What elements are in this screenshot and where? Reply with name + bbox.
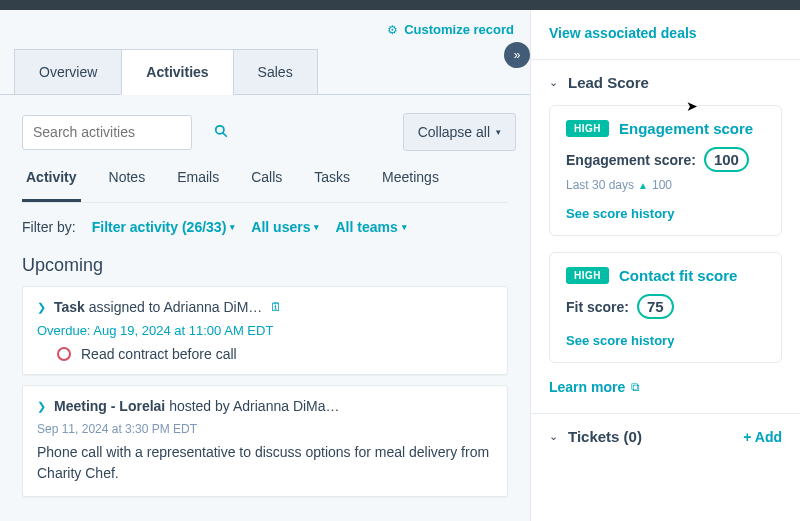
chevron-down-icon: ▾ <box>230 222 235 232</box>
chevron-down-icon: ▾ <box>314 222 319 232</box>
tab-sales[interactable]: Sales <box>233 49 318 95</box>
trend-prefix: Last 30 days <box>566 178 634 192</box>
fit-score-name[interactable]: Contact fit score <box>619 267 737 284</box>
fit-score-label: Fit score: <box>566 299 629 315</box>
expand-sidebar-button[interactable]: » <box>504 42 530 68</box>
filter-by-label: Filter by: <box>22 219 76 235</box>
tab-overview[interactable]: Overview <box>14 49 122 95</box>
meeting-description: Phone call with a representative to disc… <box>37 442 493 484</box>
fit-history-link[interactable]: See score history <box>566 333 765 348</box>
add-ticket-button[interactable]: + Add <box>743 429 782 445</box>
learn-more-link[interactable]: Learn more <box>549 379 625 395</box>
meeting-host: hosted by Adrianna DiMa… <box>169 398 339 414</box>
task-complete-toggle[interactable] <box>57 347 71 361</box>
view-associated-deals-link[interactable]: View associated deals <box>549 25 697 41</box>
fit-score-card: HIGH Contact fit score Fit score: 75 See… <box>549 252 782 363</box>
external-link-icon: ⧉ <box>631 380 640 394</box>
task-type: Task <box>54 299 85 315</box>
task-card[interactable]: ❯ Task assigned to Adrianna DiM… 🗓 Overd… <box>22 286 508 375</box>
meeting-date: Sep 11, 2024 at 3:30 PM EDT <box>37 422 197 436</box>
double-chevron-right-icon: » <box>514 48 521 62</box>
app-header-bar <box>0 0 800 10</box>
filter-bar: Filter by: Filter activity (26/33)▾ All … <box>22 219 508 235</box>
gear-icon: ⚙ <box>387 23 398 37</box>
chevron-down-icon: ▾ <box>402 222 407 232</box>
chevron-right-icon[interactable]: ❯ <box>37 400 46 413</box>
search-activities-input-wrap[interactable] <box>22 115 192 150</box>
record-tabs: Overview Activities Sales <box>14 49 516 95</box>
chevron-down-icon: ▾ <box>496 127 501 137</box>
collapse-all-label: Collapse all <box>418 124 490 140</box>
search-icon <box>214 124 228 141</box>
meeting-card[interactable]: ❯ Meeting - Lorelai hosted by Adrianna D… <box>22 385 508 497</box>
meeting-title: Meeting - Lorelai <box>54 398 165 414</box>
trend-up-icon: ▲ <box>638 180 648 191</box>
trend-value: 100 <box>652 178 672 192</box>
subtab-calls[interactable]: Calls <box>247 169 286 202</box>
task-assignee: assigned to Adrianna DiM… <box>89 299 263 315</box>
customize-record-link[interactable]: Customize record <box>404 22 514 37</box>
engagement-score-card: HIGH Engagement score Engagement score: … <box>549 105 782 236</box>
filter-teams-dropdown[interactable]: All teams▾ <box>335 219 406 235</box>
lead-score-section-header[interactable]: ⌄ Lead Score <box>531 60 800 105</box>
subtab-meetings[interactable]: Meetings <box>378 169 443 202</box>
search-input[interactable] <box>33 124 208 140</box>
subtab-emails[interactable]: Emails <box>173 169 223 202</box>
tickets-section-header[interactable]: ⌄ Tickets (0) + Add <box>531 414 800 459</box>
engagement-badge: HIGH <box>566 120 609 137</box>
chevron-down-icon[interactable]: ⌄ <box>549 430 558 443</box>
subtab-notes[interactable]: Notes <box>105 169 150 202</box>
task-overdue: Overdue: Aug 19, 2024 at 11:00 AM EDT <box>37 323 273 338</box>
engagement-score-label: Engagement score: <box>566 152 696 168</box>
chevron-right-icon[interactable]: ❯ <box>37 301 46 314</box>
fit-score-value: 75 <box>637 294 674 319</box>
subtab-activity[interactable]: Activity <box>22 169 81 202</box>
activity-subtabs: Activity Notes Emails Calls Tasks Meetin… <box>22 169 508 203</box>
tickets-title: Tickets (0) <box>568 428 642 445</box>
collapse-all-button[interactable]: Collapse all ▾ <box>403 113 516 151</box>
filter-users-dropdown[interactable]: All users▾ <box>251 219 319 235</box>
svg-line-1 <box>223 132 227 136</box>
engagement-score-name[interactable]: Engagement score <box>619 120 753 137</box>
engagement-history-link[interactable]: See score history <box>566 206 765 221</box>
engagement-score-value: 100 <box>704 147 749 172</box>
chevron-down-icon[interactable]: ⌄ <box>549 76 558 89</box>
main-panel: ⚙ Customize record Overview Activities S… <box>0 10 530 521</box>
filter-activity-dropdown[interactable]: Filter activity (26/33)▾ <box>92 219 236 235</box>
calendar-icon: 🗓 <box>270 300 282 314</box>
right-sidebar: View associated deals ⌄ Lead Score HIGH … <box>530 10 800 521</box>
lead-score-title: Lead Score <box>568 74 649 91</box>
tab-activities[interactable]: Activities <box>121 49 233 95</box>
fit-badge: HIGH <box>566 267 609 284</box>
task-body-text: Read contract before call <box>81 346 237 362</box>
upcoming-heading: Upcoming <box>22 255 508 276</box>
subtab-tasks[interactable]: Tasks <box>310 169 354 202</box>
